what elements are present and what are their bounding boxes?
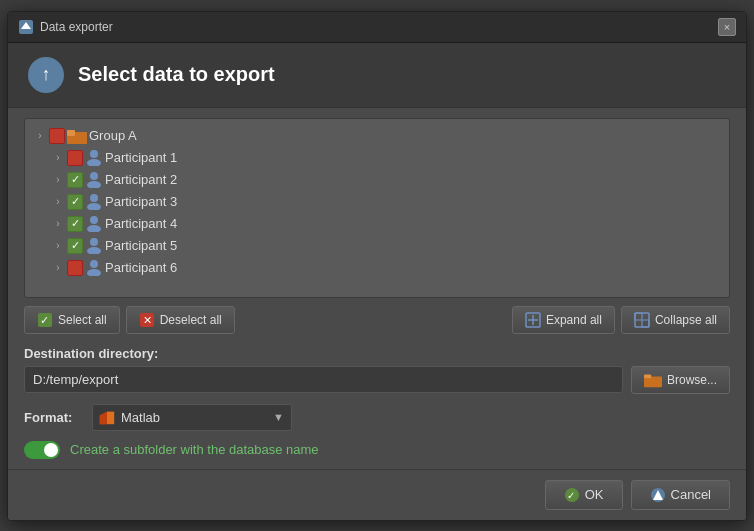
chevron-p3: › xyxy=(51,196,65,207)
tree-item-participant-1[interactable]: › Participant 1 xyxy=(29,147,725,169)
subfolder-row: Create a subfolder with the database nam… xyxy=(24,441,730,459)
format-row: Format: Matlab CSV EEGLab FieldTrip ▼ xyxy=(24,404,730,431)
actions-right: Expand all Collapse all xyxy=(512,306,730,334)
expand-all-button[interactable]: Expand all xyxy=(512,306,615,334)
label-p5: Participant 5 xyxy=(105,238,177,253)
svg-rect-28 xyxy=(644,374,651,378)
svg-text:✓: ✓ xyxy=(567,490,575,501)
browse-folder-icon xyxy=(644,372,662,388)
title-bar-left: Data exporter xyxy=(18,19,113,35)
app-icon xyxy=(18,19,34,35)
deselect-all-button[interactable]: ✕ Deselect all xyxy=(126,306,235,334)
tree-item-participant-2[interactable]: › Participant 2 xyxy=(29,169,725,191)
subfolder-toggle[interactable] xyxy=(24,441,60,459)
select-all-icon: ✓ xyxy=(37,312,53,328)
collapse-all-button[interactable]: Collapse all xyxy=(621,306,730,334)
svg-point-11 xyxy=(90,216,98,224)
svg-point-13 xyxy=(90,238,98,246)
svg-point-7 xyxy=(90,172,98,180)
ok-button[interactable]: ✓ OK xyxy=(545,480,623,510)
folder-icon-group-a xyxy=(67,128,87,144)
subfolder-label: Create a subfolder with the database nam… xyxy=(70,442,319,457)
chevron-group-a: › xyxy=(33,130,47,141)
tree-item-participant-5[interactable]: › Participant 5 xyxy=(29,235,725,257)
person-icon-p4 xyxy=(85,216,103,232)
checkbox-p2[interactable] xyxy=(67,172,83,188)
person-icon-p6 xyxy=(85,260,103,276)
collapse-all-icon xyxy=(634,312,650,328)
chevron-p2: › xyxy=(51,174,65,185)
title-bar: Data exporter × xyxy=(8,12,746,43)
chevron-p5: › xyxy=(51,240,65,251)
svg-rect-25 xyxy=(635,313,642,320)
tree-item-participant-6[interactable]: › Participant 6 xyxy=(29,257,725,279)
svg-point-10 xyxy=(87,203,101,210)
label-p3: Participant 3 xyxy=(105,194,177,209)
person-icon-p3 xyxy=(85,194,103,210)
label-p2: Participant 2 xyxy=(105,172,177,187)
svg-point-12 xyxy=(87,225,101,232)
tree-item-participant-4[interactable]: › Participant 4 xyxy=(29,213,725,235)
checkbox-p4[interactable] xyxy=(67,216,83,232)
format-select-wrapper: Matlab CSV EEGLab FieldTrip ▼ xyxy=(92,404,292,431)
svg-rect-26 xyxy=(642,320,649,327)
browse-button[interactable]: Browse... xyxy=(631,366,730,394)
destination-label: Destination directory: xyxy=(24,346,730,361)
svg-text:✓: ✓ xyxy=(40,314,49,326)
tree-actions: ✓ Select all ✕ Deselect all xyxy=(24,306,730,334)
chevron-p6: › xyxy=(51,262,65,273)
window-title: Data exporter xyxy=(40,20,113,34)
svg-point-6 xyxy=(87,159,101,166)
tree-item-participant-3[interactable]: › Participant 3 xyxy=(29,191,725,213)
format-label: Format: xyxy=(24,410,84,425)
dialog-title: Select data to export xyxy=(78,63,275,86)
destination-section: Destination directory: Browse... xyxy=(24,346,730,394)
svg-point-9 xyxy=(90,194,98,202)
checkbox-p1[interactable] xyxy=(67,150,83,166)
dialog-header: ↑ Select data to export xyxy=(8,43,746,108)
svg-point-8 xyxy=(87,181,101,188)
tree-item-group-a[interactable]: › Group A xyxy=(29,125,725,147)
label-group-a: Group A xyxy=(89,128,137,143)
checkbox-p5[interactable] xyxy=(67,238,83,254)
checkbox-p3[interactable] xyxy=(67,194,83,210)
dialog-window: Data exporter × ↑ Select data to export … xyxy=(7,11,747,521)
format-select[interactable]: Matlab CSV EEGLab FieldTrip xyxy=(92,404,292,431)
chevron-p1: › xyxy=(51,152,65,163)
svg-point-5 xyxy=(90,150,98,158)
chevron-p4: › xyxy=(51,218,65,229)
deselect-all-icon: ✕ xyxy=(139,312,155,328)
select-all-button[interactable]: ✓ Select all xyxy=(24,306,120,334)
actions-left: ✓ Select all ✕ Deselect all xyxy=(24,306,235,334)
checkbox-p6[interactable] xyxy=(67,260,83,276)
dialog-footer: ✓ OK Cancel xyxy=(8,469,746,520)
person-icon-p2 xyxy=(85,172,103,188)
label-p1: Participant 1 xyxy=(105,150,177,165)
close-button[interactable]: × xyxy=(718,18,736,36)
upload-icon: ↑ xyxy=(28,57,64,93)
ok-check-icon: ✓ xyxy=(564,487,580,503)
cancel-icon xyxy=(650,487,666,503)
destination-input[interactable] xyxy=(24,366,623,393)
svg-point-15 xyxy=(90,260,98,268)
svg-point-14 xyxy=(87,247,101,254)
expand-all-icon xyxy=(525,312,541,328)
label-p4: Participant 4 xyxy=(105,216,177,231)
svg-rect-4 xyxy=(67,130,75,134)
tree-container: › Group A › Participant 1 xyxy=(24,118,730,298)
destination-row: Browse... xyxy=(24,366,730,394)
dialog-body: › Group A › Participant 1 xyxy=(8,108,746,469)
label-p6: Participant 6 xyxy=(105,260,177,275)
cancel-button[interactable]: Cancel xyxy=(631,480,730,510)
checkbox-group-a[interactable] xyxy=(49,128,65,144)
svg-text:✕: ✕ xyxy=(143,314,152,326)
person-icon-p5 xyxy=(85,238,103,254)
person-icon-p1 xyxy=(85,150,103,166)
svg-point-16 xyxy=(87,269,101,276)
